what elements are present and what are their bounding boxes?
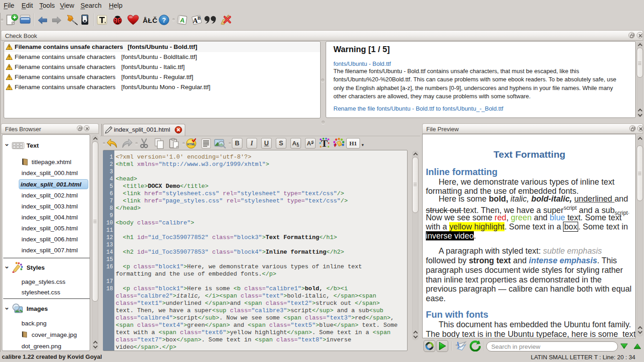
svg-text:?: ?	[162, 16, 166, 24]
svg-text:HTML: HTML	[187, 143, 195, 146]
svg-text:B: B	[198, 16, 201, 21]
